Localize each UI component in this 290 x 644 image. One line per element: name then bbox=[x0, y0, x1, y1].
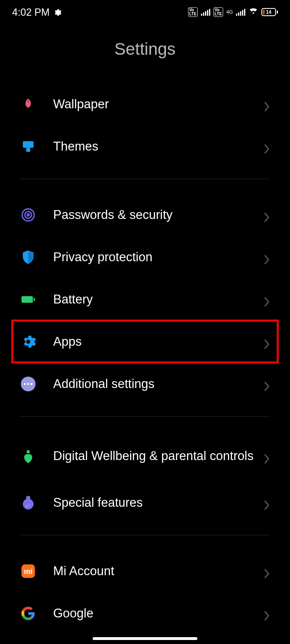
item-label: Battery bbox=[53, 292, 263, 307]
svg-rect-0 bbox=[23, 141, 34, 148]
item-label: Additional settings bbox=[53, 377, 263, 391]
item-label: Special features bbox=[53, 495, 263, 510]
battery-indicator: 14 bbox=[261, 8, 278, 16]
settings-item-mi-account[interactable]: mi Mi Account bbox=[20, 550, 270, 592]
item-label: Mi Account bbox=[53, 564, 263, 578]
svg-point-11 bbox=[31, 383, 33, 385]
item-label: Google bbox=[53, 606, 263, 621]
svg-rect-6 bbox=[33, 297, 35, 301]
google-icon bbox=[20, 605, 36, 621]
svg-point-12 bbox=[27, 450, 30, 453]
settings-item-privacy[interactable]: Privacy protection bbox=[20, 236, 270, 278]
settings-item-apps[interactable]: Apps bbox=[20, 320, 270, 363]
volte-icon-1: VoLTE bbox=[188, 7, 198, 17]
settings-item-google[interactable]: Google bbox=[20, 592, 270, 634]
chevron-right-icon bbox=[263, 381, 270, 387]
item-label: Apps bbox=[53, 334, 263, 349]
settings-list: Wallpaper Themes Passwords & security Pr… bbox=[0, 83, 290, 634]
chevron-right-icon bbox=[263, 254, 270, 260]
chevron-right-icon bbox=[263, 296, 270, 303]
network-label: 4G bbox=[226, 10, 233, 14]
divider bbox=[20, 416, 270, 417]
settings-item-passwords-security[interactable]: Passwords & security bbox=[20, 194, 270, 236]
apps-cog-icon bbox=[20, 334, 36, 350]
divider bbox=[20, 535, 270, 535]
settings-item-battery[interactable]: Battery bbox=[20, 278, 270, 320]
item-label: Wallpaper bbox=[53, 97, 263, 111]
svg-point-10 bbox=[27, 383, 29, 385]
status-left: 4:02 PM bbox=[12, 6, 62, 18]
mi-icon: mi bbox=[20, 563, 36, 579]
page-title: Settings bbox=[0, 39, 290, 59]
themes-icon bbox=[20, 138, 36, 155]
chevron-right-icon bbox=[263, 453, 270, 460]
chevron-right-icon bbox=[263, 500, 270, 506]
chevron-right-icon bbox=[263, 101, 270, 107]
chevron-right-icon bbox=[263, 568, 270, 574]
svg-point-9 bbox=[24, 383, 26, 385]
item-label: Privacy protection bbox=[53, 250, 263, 264]
more-icon bbox=[20, 376, 36, 392]
svg-point-7 bbox=[26, 340, 30, 344]
signal-icon-1 bbox=[201, 8, 210, 16]
status-time: 4:02 PM bbox=[12, 6, 50, 18]
svg-point-13 bbox=[23, 499, 34, 510]
nav-handle[interactable] bbox=[93, 637, 197, 640]
item-label: Digital Wellbeing & parental controls bbox=[53, 448, 263, 464]
svg-point-15 bbox=[26, 505, 27, 506]
item-label: Themes bbox=[53, 139, 263, 154]
settings-item-themes[interactable]: Themes bbox=[20, 125, 270, 167]
settings-item-special-features[interactable]: Special features bbox=[20, 481, 270, 524]
volte-icon-2: VoLTE bbox=[213, 7, 223, 17]
settings-item-additional[interactable]: Additional settings bbox=[20, 363, 270, 405]
svg-rect-1 bbox=[26, 148, 30, 152]
chevron-right-icon bbox=[263, 339, 270, 345]
chevron-right-icon bbox=[263, 610, 270, 617]
settings-item-digital-wellbeing[interactable]: Digital Wellbeing & parental controls bbox=[20, 431, 270, 481]
wellbeing-icon bbox=[20, 448, 36, 464]
svg-point-4 bbox=[27, 214, 29, 216]
status-right: VoLTE VoLTE 4G 14 bbox=[188, 6, 278, 18]
item-label: Passwords & security bbox=[53, 208, 263, 222]
svg-text:mi: mi bbox=[24, 567, 32, 575]
battery-level: 14 bbox=[266, 9, 271, 15]
status-bar: 4:02 PM VoLTE VoLTE 4G 14 bbox=[0, 0, 290, 24]
divider bbox=[20, 179, 270, 179]
fingerprint-icon bbox=[20, 207, 36, 223]
wallpaper-icon bbox=[20, 96, 36, 112]
settings-item-wallpaper[interactable]: Wallpaper bbox=[20, 83, 270, 125]
shield-icon bbox=[20, 249, 36, 265]
battery-icon bbox=[20, 291, 36, 308]
chevron-right-icon bbox=[263, 143, 270, 150]
svg-rect-5 bbox=[21, 296, 33, 303]
chevron-right-icon bbox=[263, 212, 270, 218]
flask-icon bbox=[20, 495, 36, 511]
gear-icon bbox=[53, 8, 62, 17]
svg-rect-14 bbox=[26, 496, 30, 500]
wifi-icon bbox=[249, 6, 258, 18]
signal-icon-2 bbox=[236, 8, 245, 16]
svg-point-16 bbox=[29, 504, 30, 505]
